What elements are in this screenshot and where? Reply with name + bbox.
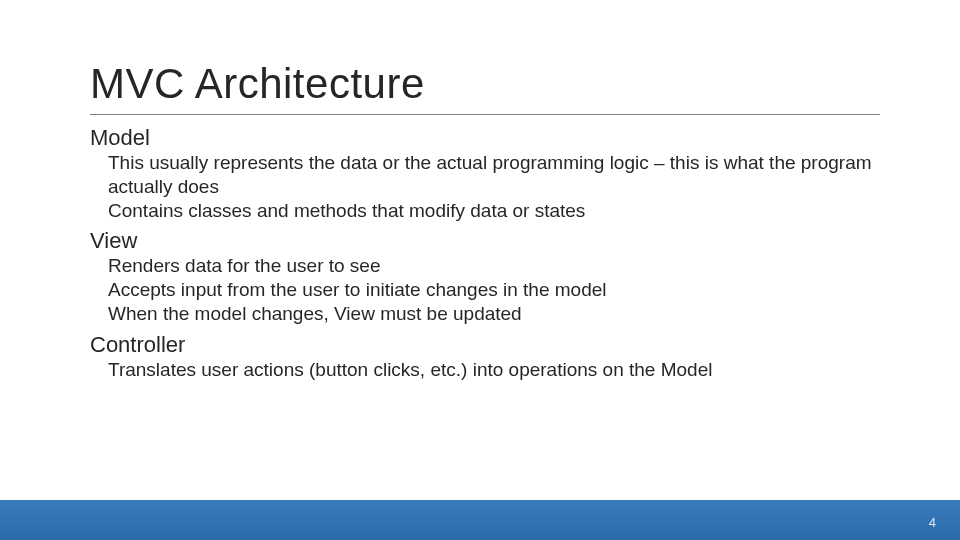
body-line: Renders data for the user to see — [108, 254, 880, 278]
body-line: This usually represents the data or the … — [108, 151, 880, 199]
section-controller: Controller Translates user actions (butt… — [90, 332, 880, 382]
slide: MVC Architecture Model This usually repr… — [0, 0, 960, 540]
body-line: Contains classes and methods that modify… — [108, 199, 880, 223]
section-model: Model This usually represents the data o… — [90, 125, 880, 222]
slide-content: MVC Architecture Model This usually repr… — [0, 0, 960, 381]
body-line: Translates user actions (button clicks, … — [108, 358, 880, 382]
section-body: This usually represents the data or the … — [90, 151, 880, 222]
body-line: Accepts input from the user to initiate … — [108, 278, 880, 302]
slide-title: MVC Architecture — [90, 60, 880, 115]
section-heading: Controller — [90, 332, 880, 358]
footer-bar: 4 — [0, 500, 960, 540]
section-body: Translates user actions (button clicks, … — [90, 358, 880, 382]
page-number: 4 — [929, 515, 936, 530]
section-body: Renders data for the user to see Accepts… — [90, 254, 880, 325]
section-heading: Model — [90, 125, 880, 151]
section-heading: View — [90, 228, 880, 254]
body-line: When the model changes, View must be upd… — [108, 302, 880, 326]
section-view: View Renders data for the user to see Ac… — [90, 228, 880, 325]
